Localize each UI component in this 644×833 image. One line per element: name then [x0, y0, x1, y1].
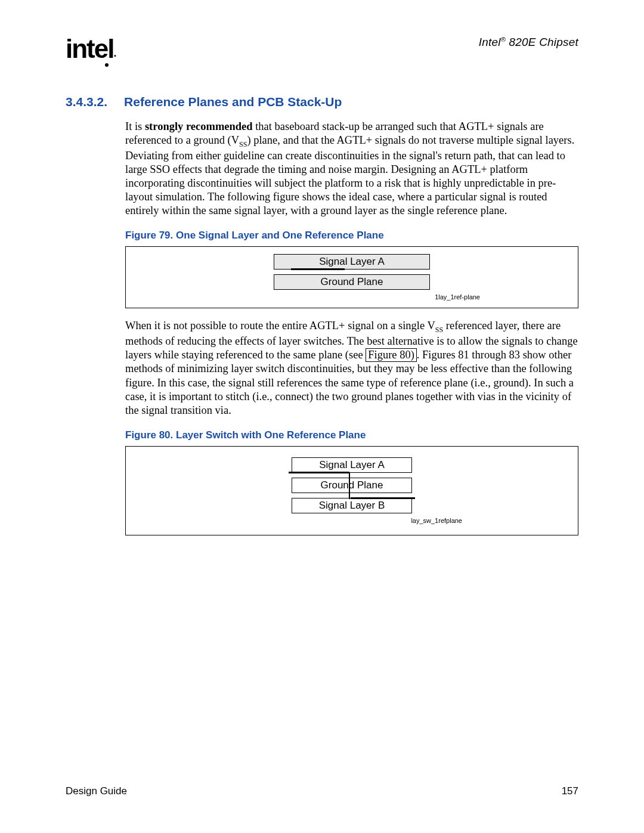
fig80-signal-layer-a: Signal Layer A [292, 457, 412, 473]
fig79-tag: 1lay_1ref-plane [224, 293, 480, 301]
fig80-ground-plane: Ground Plane [292, 478, 412, 493]
section-number: 3.4.3.2. [66, 95, 107, 109]
figure-79-caption: Figure 79. One Signal Layer and One Refe… [125, 230, 578, 241]
intel-logo: intel. [66, 36, 116, 62]
figure-79: Signal Layer A Ground Plane 1lay_1ref-pl… [125, 246, 578, 308]
figure-80-caption: Figure 80. Layer Switch with One Referen… [125, 429, 578, 441]
paragraph-1: It is strongly recommended that baseboar… [125, 120, 578, 218]
figure-80-link[interactable]: Figure 80) [366, 348, 417, 361]
footer-left: Design Guide [66, 785, 127, 797]
fig80-tag: lay_sw_1refplane [242, 517, 462, 524]
product-name: Intel® 820E Chipset [479, 36, 578, 49]
paragraph-2: When it is not possible to route the ent… [125, 319, 578, 417]
fig80-signal-layer-b: Signal Layer B [292, 498, 412, 513]
figure-80: Signal Layer A Ground Plane Signal Layer… [125, 446, 578, 535]
fig79-ground-plane: Ground Plane [274, 274, 430, 290]
fig79-signal-layer-a: Signal Layer A [274, 254, 430, 270]
section-title: Reference Planes and PCB Stack-Up [124, 95, 342, 109]
footer-page-number: 157 [562, 785, 578, 797]
